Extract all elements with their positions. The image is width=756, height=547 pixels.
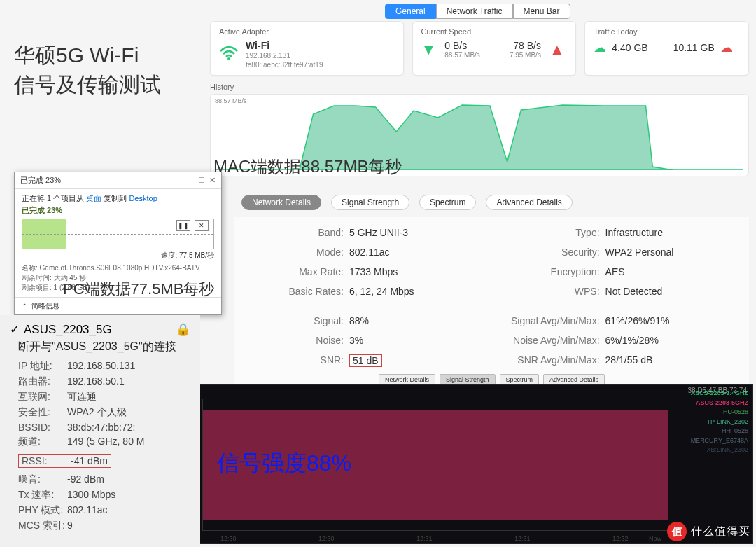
iosnoise-key: 噪音:	[18, 473, 67, 486]
type-val: Infrastructure	[606, 227, 663, 238]
up-avg: 7.95 MB/s	[510, 51, 541, 59]
sigavg-key: Signal Avg/Min/Max:	[502, 315, 600, 326]
details-area: Network Details Signal Strength Spectrum…	[234, 195, 749, 391]
tab-network-details[interactable]: Network Details	[241, 195, 321, 210]
legend-3: TP-LINK_2302	[691, 417, 748, 427]
router-key: 路由器:	[18, 375, 67, 388]
mcs-val: 9	[67, 520, 73, 531]
xtick-0: 12:30	[220, 535, 237, 542]
cloud-down-icon: ☁	[594, 40, 606, 55]
annotation-pc: PC端数据77.5MB每秒	[63, 279, 214, 300]
tab-signal-strength[interactable]: Signal Strength	[331, 195, 410, 210]
iosnoise-val: -92 dBm	[67, 473, 104, 485]
traffic-up: 10.11 GB	[673, 42, 715, 53]
pc-link-source[interactable]: 桌面	[86, 194, 102, 202]
snr-val: 51 dB	[349, 354, 382, 367]
snr-key: SNR:	[246, 354, 344, 367]
tab-menu-bar[interactable]: Menu Bar	[513, 4, 570, 19]
pc-maximize[interactable]: ☐	[198, 176, 205, 184]
history-peak: 88.57 MB/s	[215, 97, 247, 104]
tab-spectrum[interactable]: Spectrum	[419, 195, 476, 210]
tab-general[interactable]: General	[385, 4, 436, 19]
adapter-ip: 192.168.2.131	[246, 51, 323, 60]
pc-speed-label: 速度: 77.5 MB/秒	[22, 251, 214, 261]
chevron-up-icon[interactable]: ⌃	[22, 303, 27, 310]
wifi-detail-panel: ✓ASUS_2203_5G🔒 断开与"ASUS_2203_5G"的连接 IP 地…	[0, 315, 200, 547]
watermark-text: 什么值得买	[691, 525, 750, 539]
ip-key: IP 地址:	[18, 360, 67, 373]
noiseavg-val: 6%/1%/28%	[606, 335, 659, 346]
signal-val: 88%	[349, 315, 369, 326]
adapter-ipv6: fe80::aebc:32ff:fe97:af19	[246, 60, 323, 69]
check-icon: ✓	[10, 322, 20, 337]
pc-minimize[interactable]: —	[186, 176, 194, 184]
bssid-val: 38:d5:47:bb:72:	[67, 422, 135, 433]
lock-icon: 🔒	[176, 322, 190, 337]
security-val: WPA2 Personal	[606, 247, 674, 258]
phy-key: PHY 模式:	[18, 504, 67, 517]
legend-6: XB:LINK_2302	[691, 445, 748, 455]
wifi-icon	[219, 44, 239, 66]
bssid-key: BSSID:	[18, 422, 67, 433]
chan-val: 149 (5 GHz, 80 M	[67, 436, 145, 447]
legend-2: HU-0528	[691, 408, 748, 417]
up-speed: 78 B/s	[510, 40, 541, 51]
annotation-title: 华硕5G Wi-Fi信号及传输测试	[14, 41, 161, 99]
speed-label: Current Speed	[421, 27, 568, 36]
legend-5: MERCURY_E6748A	[691, 436, 748, 446]
traffic-down: 4.40 GB	[612, 42, 648, 53]
noiseavg-key: Noise Avg/Min/Max:	[502, 335, 600, 346]
down-avg: 88.57 MB/s	[444, 51, 480, 59]
rssi-val: -41 dBm	[71, 455, 108, 466]
svg-point-0	[227, 57, 230, 60]
pc-progress-text: 已完成 23%	[22, 205, 214, 216]
adapter-name: Wi-Fi	[246, 40, 323, 51]
snravg-val: 28/1/55 dB	[606, 354, 653, 367]
maxrate-key: Max Rate:	[246, 266, 344, 277]
pc-link-dest[interactable]: Desktop	[129, 194, 157, 202]
iossec-key: 安全性:	[18, 406, 67, 419]
top-tabs: General Network Traffic Menu Bar	[385, 4, 570, 19]
pc-file-name: 名称: Game.of.Thrones.S06E08.1080p.HDTV.x2…	[22, 263, 214, 273]
inet-val: 可连通	[67, 391, 97, 402]
tx-key: Tx 速率:	[18, 489, 67, 501]
pc-window-title: 已完成 23%	[20, 175, 61, 186]
xtick-2: 12:31	[416, 535, 433, 542]
xtick-4: 12:32	[612, 535, 629, 542]
watermark-icon: 值	[667, 522, 687, 541]
wps-val: Not Detected	[606, 286, 663, 297]
adapter-label: Active Adapter	[219, 27, 395, 36]
ssid-name[interactable]: ASUS_2203_5G	[24, 323, 112, 337]
pc-copy-line: 正在将 1 个项目从 桌面 复制到 Desktop	[22, 193, 214, 204]
basicrates-val: 6, 12, 24 Mbps	[349, 286, 414, 297]
annotation-mac: MAC端数据88.57MB每秒	[214, 155, 402, 178]
signal-key: Signal:	[246, 315, 344, 326]
legend-1: ASUS-2203-5GHZ	[691, 399, 748, 408]
band-val: 5 GHz UNII-3	[349, 227, 408, 238]
noise-key: Noise:	[246, 335, 344, 346]
snravg-key: SNR Avg/Min/Max:	[502, 354, 600, 367]
traffic-label: Traffic Today	[594, 27, 740, 36]
legend-4: HH_0528	[691, 427, 748, 436]
security-key: Security:	[502, 247, 600, 258]
annotation-signal: 信号强度88%	[217, 448, 351, 479]
maxrate-val: 1733 Mbps	[349, 266, 398, 277]
ip-val: 192.168.50.131	[67, 360, 135, 371]
speed-card: Current Speed ▼ 0 B/s88.57 MB/s 78 B/s7.…	[412, 21, 577, 76]
xtick-3: 12:31	[514, 535, 531, 542]
mode-key: Mode:	[246, 247, 344, 258]
legend-0: ASUS-2203-2.4GHZ	[691, 389, 748, 399]
tab-advanced-details[interactable]: Advanced Details	[486, 195, 572, 210]
sigavg-val: 61%/26%/91%	[606, 315, 670, 326]
chan-key: 频道:	[18, 436, 67, 448]
mode-val: 802.11ac	[349, 247, 390, 258]
disconnect-link[interactable]: 断开与"ASUS_2203_5G"的连接	[18, 340, 190, 354]
download-icon: ▼	[421, 41, 437, 59]
upload-icon: ▲	[550, 41, 565, 59]
tab-network-traffic[interactable]: Network Traffic	[436, 4, 513, 19]
pc-footer-label[interactable]: 简略信息	[31, 301, 59, 311]
history-label: History	[210, 83, 749, 91]
phy-val: 802.11ac	[67, 504, 108, 515]
band-key: Band:	[246, 227, 344, 238]
encryption-key: Encryption:	[502, 266, 600, 277]
